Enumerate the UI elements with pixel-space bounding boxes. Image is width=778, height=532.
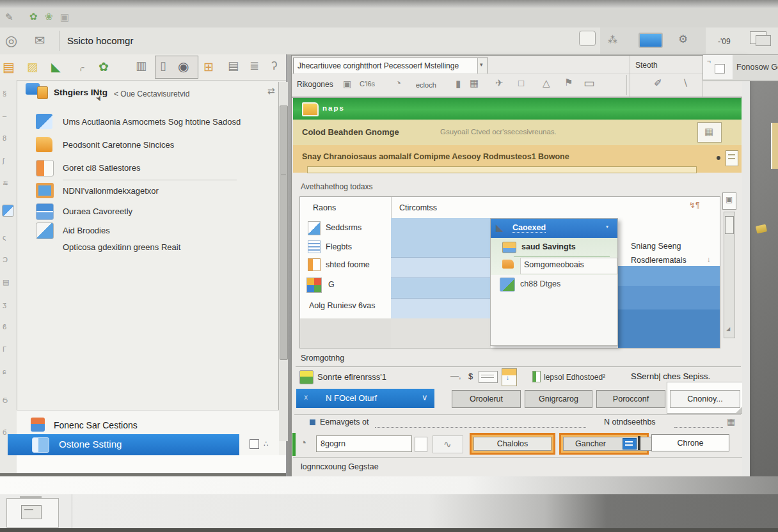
row-band[interactable]	[391, 218, 491, 257]
list-item[interactable]: Peodsonit Caretonne Sincices	[17, 137, 279, 157]
import-button[interactable]: ↓	[502, 368, 517, 386]
button-porocconf[interactable]: Porocconf	[596, 390, 665, 408]
strip-glyph[interactable]: ▤	[3, 278, 9, 286]
pilcrow-icon[interactable]: ↯¶	[689, 201, 700, 210]
strip-glyph[interactable]: Γ	[3, 345, 6, 353]
square-button[interactable]	[579, 31, 596, 46]
col1-item[interactable]: G	[305, 276, 388, 295]
list-item[interactable]: NDNI'vallonmdekxagetxor	[17, 183, 279, 203]
strip-glyph[interactable]: ʒ	[3, 301, 6, 308]
gears-icon[interactable]: ✿	[99, 59, 109, 74]
blue-square-icon[interactable]	[310, 419, 315, 425]
strip-glyph[interactable]: Ϭ	[3, 396, 8, 404]
strip-glyph[interactable]: §	[3, 90, 6, 97]
panel-corner-button[interactable]: ▣	[722, 192, 736, 210]
brush-icon[interactable]: ✐	[654, 78, 662, 88]
toolbar-left-label[interactable]: Rikogones	[297, 80, 333, 89]
slash-icon[interactable]: ∖	[682, 78, 688, 88]
clipboard-icon[interactable]: ▯	[160, 60, 166, 72]
page-button[interactable]	[726, 150, 738, 166]
list-item[interactable]: Opticosa gdexitinn greens Reait	[17, 239, 279, 260]
strip-glyph[interactable]: ς	[3, 233, 6, 241]
strip-glyph[interactable]: ʃ	[3, 157, 4, 164]
row-band[interactable]	[391, 257, 491, 278]
button-gnigrcarog[interactable]: Gnigrcarog	[525, 390, 592, 408]
section3-check-label[interactable]: Eemavgets ot	[320, 418, 369, 426]
circle-badge-icon[interactable]: ◔	[300, 437, 306, 448]
selected-source-row[interactable]: ☓ N FOcel Oturf ∨	[296, 389, 434, 408]
combobox-arrow-button[interactable]: ▾	[477, 58, 488, 74]
window-stack-icon[interactable]	[750, 31, 766, 44]
cup-icon[interactable]: ❀	[45, 12, 53, 21]
strip-glyph[interactable]: –	[3, 112, 6, 120]
list-item[interactable]: Goret ci8 Satiestores	[17, 160, 279, 180]
col1-item[interactable]: Flegbts	[305, 239, 388, 256]
send-icon[interactable]: ✈	[495, 78, 504, 88]
pie-icon[interactable]: ◔	[395, 78, 401, 88]
background-window-titlebar[interactable]: ¬ Fonosow Ge	[703, 54, 778, 81]
panel-scrollbar[interactable]: ◢	[724, 212, 735, 338]
window-icon[interactable]: ▣	[343, 79, 351, 88]
strip-glyph[interactable]: ≋	[3, 179, 8, 187]
vertical-scrollbar[interactable]	[278, 82, 288, 441]
hook-icon[interactable]: ʔ	[271, 59, 278, 72]
blue-row[interactable]	[618, 286, 720, 309]
search-label[interactable]: Steoth	[635, 61, 658, 70]
split-box-icon[interactable]: ▭	[584, 77, 595, 89]
checkbox-glyph[interactable]	[715, 64, 725, 74]
toolbar-mid-label2[interactable]: ecloch	[416, 81, 436, 89]
button-cnonioy[interactable]: Cnonioy...	[670, 390, 740, 408]
row-band[interactable]	[391, 278, 491, 299]
button-oroolerut[interactable]: Oroolerut	[452, 390, 521, 408]
strip-glyph[interactable]: б	[3, 428, 6, 436]
selected-list-row[interactable]: Ostone Sstting	[8, 434, 239, 455]
blue-row[interactable]	[618, 266, 720, 286]
stamp-button[interactable]: ∿	[433, 435, 463, 453]
binder-icon[interactable]: ▤	[3, 59, 15, 75]
desktop-file-icon[interactable]	[756, 224, 767, 233]
bar-icon[interactable]: ▮	[456, 79, 461, 88]
wrench-icon[interactable]: ⚙	[678, 34, 688, 45]
menu-item[interactable]: saud Savingts	[495, 240, 614, 256]
shield-icon[interactable]: ◉	[178, 59, 189, 74]
monitor-icon[interactable]	[639, 33, 663, 48]
button-chalolos-highlight[interactable]: Chalolos	[470, 433, 555, 455]
note-icon[interactable]: ▨	[27, 60, 38, 74]
dropdown-selected-item[interactable]: ◣ Caoexed ▾	[491, 219, 617, 238]
scrollbar-thumb[interactable]	[280, 106, 288, 360]
dollar-icon[interactable]: $	[468, 372, 473, 381]
strip-glyph[interactable]: ϐ	[3, 323, 6, 331]
list-item[interactable]: Ums Acutlaonia Asmocmets Sog htotine Sad…	[17, 114, 279, 134]
box-icon[interactable]: ▣	[60, 12, 69, 22]
menu-item[interactable]: ch88 Dtges	[495, 278, 614, 294]
mail-icon[interactable]: ✉	[35, 34, 45, 47]
toolbar-mid-label[interactable]: C'l6s	[360, 80, 375, 88]
ruler-icon[interactable]: ⌌	[77, 62, 84, 72]
pen-icon[interactable]: ✎	[5, 12, 13, 22]
grid-icon[interactable]: ▦	[470, 78, 479, 88]
col1-item[interactable]: shted foome	[305, 257, 388, 274]
col1-item[interactable]: Seddsrms	[305, 220, 388, 237]
box-list-icon[interactable]: □	[518, 78, 524, 88]
flag-icon[interactable]: ◣	[51, 59, 61, 74]
sparkle-icon[interactable]: ⁂	[608, 35, 617, 45]
footer-section-row[interactable]: Fonenc Sar Cestions	[17, 412, 273, 432]
sprout-icon[interactable]: ✿	[29, 12, 38, 21]
taskbar-tile[interactable]	[6, 498, 59, 528]
profile-combobox[interactable]: Jhecartiuvee corightthort Pecessoerf Mst…	[293, 58, 488, 74]
table-button[interactable]	[479, 371, 498, 383]
list-item[interactable]: Ouraea Cavoreetly	[17, 203, 279, 224]
footer-checkbox[interactable]	[250, 439, 259, 449]
indent-icon[interactable]: ≣	[250, 60, 259, 72]
mini-mail-icon[interactable]	[2, 205, 14, 217]
strip-glyph[interactable]: 8	[3, 134, 6, 142]
columns-button[interactable]: ▦	[697, 122, 722, 143]
blue-row[interactable]	[618, 309, 720, 348]
blank-box[interactable]	[415, 437, 427, 452]
scrollbar-thumb[interactable]	[725, 216, 734, 234]
book-icon[interactable]: ▥	[136, 60, 147, 72]
refresh-icon[interactable]: ⇄	[267, 86, 275, 95]
checkbox-icon[interactable]	[532, 371, 541, 382]
menu-item[interactable]: Somgomeoboais	[495, 258, 614, 274]
name-input[interactable]	[316, 435, 412, 452]
